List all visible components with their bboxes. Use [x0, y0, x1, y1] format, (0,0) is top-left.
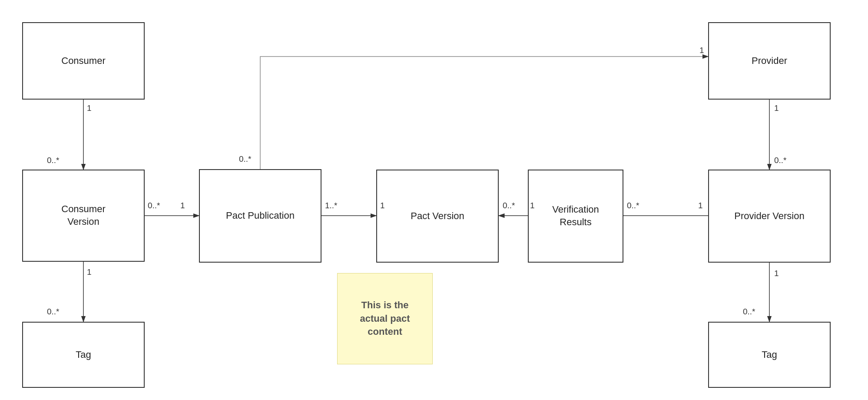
mult-cv-pp-left: 0..*: [148, 201, 160, 210]
mult-prov-top: 1: [774, 103, 779, 113]
mult-vr-pv-right: 1: [530, 201, 535, 210]
mult-provv-tag-top: 1: [774, 269, 779, 278]
note-box: This is theactual pactcontent: [337, 273, 433, 364]
tag-right-box: Tag: [708, 322, 831, 388]
mult-pp-prov-right: 1: [699, 46, 704, 55]
pact-publication-box: Pact Publication: [199, 169, 321, 263]
mult-cv-pp-right: 1: [180, 201, 185, 210]
mult-cv-tag-bottom: 0..*: [47, 307, 60, 317]
mult-provv-vr-left: 0..*: [627, 201, 639, 210]
pact-version-box: Pact Version: [376, 170, 499, 263]
mult-pp-pv-left: 1..*: [325, 201, 338, 210]
mult-provv-tag-bottom: 0..*: [743, 307, 755, 317]
consumer-box: Consumer: [22, 22, 145, 100]
mult-consumer-top: 1: [87, 103, 92, 113]
mult-vr-pv-left: 0..*: [503, 201, 515, 210]
mult-prov-bottom: 0..*: [774, 156, 787, 165]
consumer-version-box: ConsumerVersion: [22, 170, 145, 262]
provider-version-box: Provider Version: [708, 170, 831, 263]
diagram-container: Consumer ConsumerVersion Tag Pact Public…: [0, 0, 868, 400]
verification-results-box: VerificationResults: [528, 170, 623, 263]
provider-box: Provider: [708, 22, 831, 100]
mult-pp-prov-left: 0..*: [239, 154, 252, 164]
mult-consumer-bottom: 0..*: [47, 156, 60, 165]
tag-left-box: Tag: [22, 322, 145, 388]
mult-provv-vr-right: 1: [698, 201, 703, 210]
mult-cv-tag-top: 1: [87, 267, 92, 277]
mult-pp-pv-right: 1: [380, 201, 385, 210]
